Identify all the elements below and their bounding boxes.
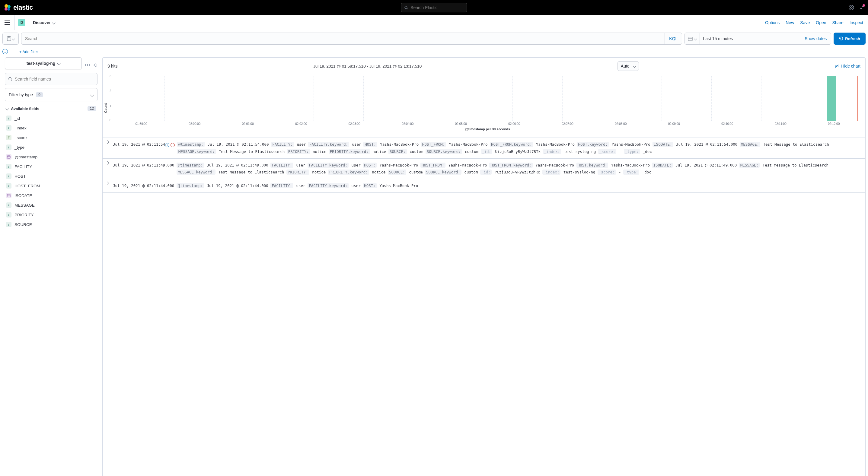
expand-row-button[interactable] (106, 182, 111, 189)
global-search-input[interactable] (410, 5, 464, 10)
field-type-icon: t (6, 183, 11, 189)
field-item[interactable]: ISODATE (5, 191, 97, 200)
hit-count: 3 hits (107, 64, 117, 68)
expand-row-button[interactable] (106, 141, 111, 155)
field-item[interactable]: @timestamp (5, 152, 97, 162)
app-header: D Discover Options New Save Open Share I… (0, 15, 868, 30)
search-icon (8, 77, 12, 81)
histogram-chart[interactable]: Count 3 2 1 0 01:59:0002:00:0002:01:0002… (103, 74, 865, 138)
svg-point-6 (849, 5, 854, 10)
svg-rect-11 (7, 36, 11, 41)
field-type-icon: t (6, 145, 11, 150)
field-search[interactable] (5, 73, 97, 85)
field-item[interactable]: tMESSAGE (5, 200, 97, 210)
app-name: Discover (33, 20, 51, 25)
filter-by-type[interactable]: Filter by type 0 (5, 88, 97, 101)
field-name: ISODATE (14, 193, 32, 198)
date-range-text: Last 15 minutes (700, 36, 800, 41)
chart-y-axis-label: Count (104, 103, 107, 113)
field-name: FACILITY (14, 164, 32, 169)
svg-point-22 (9, 77, 11, 80)
histogram-bar[interactable] (827, 76, 836, 121)
field-item[interactable]: #_score (5, 133, 97, 142)
query-input[interactable] (22, 36, 664, 41)
remove-filter-icon[interactable]: − (170, 143, 175, 147)
date-quick-button[interactable] (685, 33, 700, 44)
field-item[interactable]: tFACILITY (5, 162, 97, 171)
available-fields-header[interactable]: Available fields 12 (5, 104, 97, 114)
field-search-input[interactable] (15, 76, 94, 82)
chevron-down-icon (90, 93, 94, 97)
refresh-button[interactable]: Refresh (834, 33, 866, 45)
field-name: HOST_FROM (14, 184, 40, 188)
inspect-link[interactable]: Inspect (849, 20, 863, 25)
query-language-button[interactable]: KQL (664, 33, 682, 44)
add-filter-icon[interactable]: + (165, 143, 169, 147)
show-dates-link[interactable]: Show dates (800, 36, 831, 41)
svg-rect-13 (688, 37, 692, 41)
svg-point-2 (4, 7, 7, 10)
interval-select[interactable]: Auto (618, 61, 639, 71)
field-item[interactable]: tPRIORITY (5, 210, 97, 220)
svg-point-0 (4, 4, 8, 8)
field-name: MESSAGE (14, 203, 35, 208)
news-icon[interactable] (859, 5, 864, 10)
columns-icon[interactable] (85, 63, 90, 67)
collapse-sidebar-icon[interactable] (93, 63, 97, 67)
hide-chart-button[interactable]: Hide chart (835, 64, 861, 68)
field-item[interactable]: t_type (5, 142, 97, 152)
svg-line-5 (407, 8, 408, 9)
help-icon[interactable] (849, 5, 854, 10)
field-type-icon: t (6, 125, 11, 131)
svg-point-17 (4, 51, 5, 51)
field-name: PRIORITY (14, 213, 34, 217)
nav-toggle-button[interactable] (0, 15, 14, 30)
time-range-text: Jul 19, 2021 @ 01:58:17.510 - Jul 19, 20… (313, 64, 422, 68)
filter-bar: — + Add filter (0, 47, 868, 57)
field-type-icon: t (6, 222, 11, 227)
available-fields-count: 12 (88, 106, 96, 111)
chevron-down-icon (633, 65, 636, 68)
global-search[interactable] (401, 3, 467, 12)
refresh-icon (839, 36, 843, 41)
field-type-icon: t (6, 212, 11, 218)
field-item[interactable]: tHOST (5, 171, 97, 181)
search-icon (404, 5, 408, 10)
chevron-down-icon (5, 107, 9, 110)
date-picker[interactable]: Last 15 minutes Show dates (684, 33, 831, 45)
field-type-icon (6, 154, 11, 160)
space-avatar[interactable]: D (18, 19, 25, 26)
options-link[interactable]: Options (765, 20, 780, 25)
doc-source: @timestamp: Jul 19, 2021 @ 02:11:44.000 … (177, 182, 862, 189)
svg-line-23 (11, 80, 12, 81)
fields-sidebar: test-syslog-ng Filter by type 0 Availabl… (0, 57, 102, 476)
index-pattern-select[interactable]: test-syslog-ng (5, 57, 82, 69)
filter-type-count: 0 (36, 92, 43, 97)
chevron-down-icon (12, 37, 15, 40)
open-link[interactable]: Open (816, 20, 826, 25)
field-name: _id (14, 116, 20, 121)
chevron-down-icon (57, 62, 61, 65)
field-item[interactable]: t_index (5, 123, 97, 133)
expand-row-button[interactable] (106, 162, 111, 176)
app-switcher-chevron[interactable] (53, 22, 55, 24)
save-link[interactable]: Save (800, 20, 810, 25)
doc-source: @timestamp: Jul 19, 2021 @ 02:11:54.000 … (177, 141, 862, 155)
field-item[interactable]: tHOST_FROM (5, 181, 97, 191)
elastic-logo[interactable]: elastic (4, 4, 33, 11)
field-item[interactable]: tSOURCE (5, 220, 97, 229)
disk-icon (7, 36, 11, 41)
chevron-down-icon (694, 37, 697, 40)
add-filter-button[interactable]: + Add filter (19, 50, 38, 54)
saved-query-button[interactable] (2, 33, 19, 45)
field-name: _type (14, 145, 25, 150)
share-link[interactable]: Share (832, 20, 843, 25)
filter-settings-icon[interactable] (2, 49, 8, 54)
top-navbar: elastic (0, 0, 868, 15)
chart-x-axis-label: @timestamp per 30 seconds (115, 127, 861, 131)
new-link[interactable]: New (785, 20, 794, 25)
svg-rect-12 (8, 36, 10, 38)
chart-plot-area: 3 2 1 0 (115, 76, 861, 121)
svg-point-7 (850, 7, 852, 8)
field-item[interactable]: t_id (5, 114, 97, 123)
